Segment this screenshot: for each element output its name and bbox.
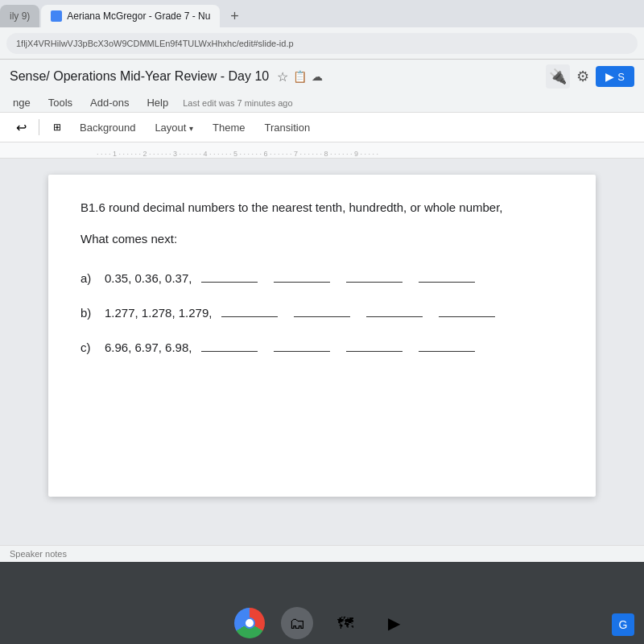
chrome-icon[interactable]	[234, 608, 265, 638]
slides-title-bar: Sense/ Operations Mid-Year Review - Day …	[0, 60, 644, 93]
files-icon[interactable]: 🗂	[281, 607, 313, 639]
question-a: a) 0.35, 0.36, 0.37,	[80, 268, 564, 285]
menu-bar: nge Tools Add-ons Help Last edit was 7 m…	[0, 93, 644, 112]
question-title: B1.6 round decimal numbers to the neares…	[80, 199, 564, 216]
answer-line-a1[interactable]	[201, 268, 258, 283]
question-c-label: c)	[80, 341, 105, 354]
question-b-sequence: 1.277, 1.278, 1.279,	[105, 306, 212, 320]
maps-icon[interactable]: 🗺	[329, 607, 361, 639]
main-area: B1.6 round decimal numbers to the neares…	[0, 159, 644, 545]
question-b: b) 1.277, 1.278, 1.279,	[80, 303, 564, 320]
menu-addons[interactable]: Add-ons	[87, 95, 132, 110]
background-button[interactable]: Background	[72, 118, 143, 137]
answer-line-c2[interactable]	[274, 337, 330, 352]
last-edit-text: Last edit was 7 minutes ago	[183, 98, 292, 108]
cloud-icon[interactable]: ☁	[312, 70, 323, 83]
new-tab-button[interactable]: +	[223, 5, 246, 27]
address-bar-row: 1fljX4VRHilwVJ3pBcX3oW9CDMMLEn9f4TULWxHh…	[0, 27, 644, 60]
question-c-sequence: 6.96, 6.97, 6.98,	[105, 341, 192, 354]
ruler: · · · · 1 · · · · · · 2 · · · · · · 3 · …	[0, 142, 644, 159]
star-icon[interactable]: ☆	[277, 69, 288, 85]
tab-inactive[interactable]: ily 9)	[0, 5, 39, 27]
question-a-label: a)	[80, 271, 105, 285]
taskbar: 🗂 🗺 ▶ G	[0, 602, 644, 644]
top-bar-right: 🔌 ⚙ ▶ S	[546, 64, 634, 89]
question-a-answers	[201, 268, 564, 283]
tab-bar: ily 9) Aeriana McGregor - Grade 7 - Nu +	[0, 0, 644, 27]
notification-icon[interactable]: G	[612, 613, 634, 636]
transition-button[interactable]: Transition	[257, 118, 319, 137]
undo-icon[interactable]: ↩	[10, 116, 32, 138]
question-b-answers	[221, 303, 564, 317]
play-store-icon[interactable]: ▶	[378, 607, 410, 639]
speaker-notes-label: Speaker notes	[10, 549, 67, 559]
question-b-label: b)	[80, 306, 105, 320]
chrome-inner	[244, 617, 255, 629]
theme-button[interactable]: Theme	[204, 118, 253, 137]
slides-icon[interactable]: 📋	[293, 70, 307, 83]
slides-title: Sense/ Operations Mid-Year Review - Day …	[10, 69, 269, 84]
answer-line-c3[interactable]	[346, 337, 402, 352]
tab-active-label: Aeriana McGregor - Grade 7 - Nu	[67, 10, 210, 22]
slides-toolbar: ↩ ⊞ Background Layout ▾ Theme Transition	[0, 112, 644, 142]
slide-layout-icon[interactable]: ⊞	[46, 116, 68, 138]
tab-active[interactable]: Aeriana McGregor - Grade 7 - Nu	[41, 5, 220, 27]
speaker-notes-bar[interactable]: Speaker notes	[0, 545, 644, 562]
extension-icon[interactable]: 🔌	[546, 64, 570, 89]
menu-tools[interactable]: Tools	[45, 95, 76, 110]
slides-title-area: Sense/ Operations Mid-Year Review - Day …	[10, 69, 538, 85]
answer-line-c4[interactable]	[419, 337, 475, 352]
answer-line-a3[interactable]	[346, 268, 402, 283]
account-icon[interactable]: ⚙	[576, 68, 589, 85]
address-bar[interactable]: 1fljX4VRHilwVJ3pBcX3oW9CDMMLEn9f4TULWxHh…	[6, 33, 638, 54]
answer-line-c1[interactable]	[201, 337, 258, 352]
layout-dropdown-icon: ▾	[189, 124, 193, 133]
url-text: 1fljX4VRHilwVJ3pBcX3oW9CDMMLEn9f4TULWxHh…	[16, 39, 294, 48]
question-c-answers	[201, 337, 564, 352]
answer-line-a4[interactable]	[419, 268, 475, 283]
slides-tab-icon	[51, 10, 62, 22]
answer-line-b2[interactable]	[294, 303, 350, 317]
answer-line-b4[interactable]	[439, 303, 495, 317]
question-a-sequence: 0.35, 0.36, 0.37,	[105, 271, 192, 285]
slide-container: B1.6 round decimal numbers to the neares…	[48, 175, 596, 497]
present-label: S	[617, 71, 625, 83]
menu-help[interactable]: Help	[143, 95, 171, 110]
present-icon: ▶	[605, 70, 614, 83]
answer-line-b3[interactable]	[366, 303, 423, 317]
answer-line-b1[interactable]	[221, 303, 278, 317]
tab-inactive-label: ily 9)	[10, 10, 30, 22]
answer-line-a2[interactable]	[274, 268, 330, 283]
toolbar-separator-1	[39, 119, 39, 135]
layout-button[interactable]: Layout ▾	[147, 118, 201, 137]
present-button[interactable]: ▶ S	[596, 66, 634, 87]
slides-title-icons: ☆ 📋 ☁	[277, 69, 323, 85]
slide-subtitle: What comes next:	[80, 232, 564, 246]
slides-app: Sense/ Operations Mid-Year Review - Day …	[0, 60, 644, 562]
menu-nge[interactable]: nge	[10, 95, 34, 110]
question-c: c) 6.96, 6.97, 6.98,	[80, 337, 564, 354]
